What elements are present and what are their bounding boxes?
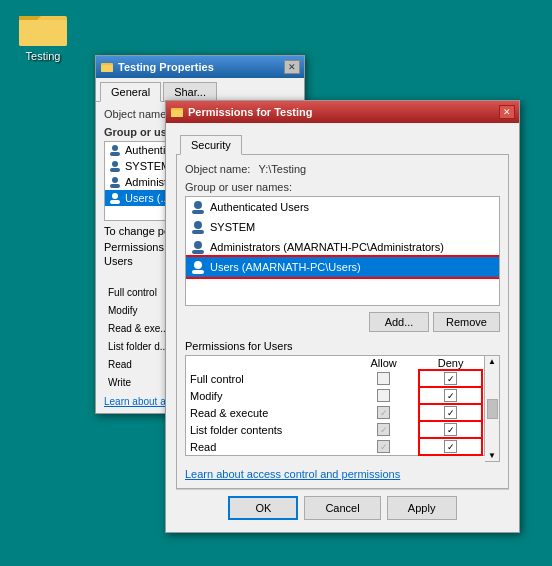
perm-fullcontrol-deny-cb[interactable]	[444, 372, 457, 385]
perms-title-icon	[170, 105, 184, 119]
svg-rect-19	[192, 230, 204, 234]
svg-rect-5	[101, 65, 113, 72]
perm-readexec-allow-cb[interactable]	[377, 406, 390, 419]
svg-rect-7	[110, 152, 120, 156]
svg-point-8	[112, 161, 118, 167]
dialog-user-icon-auth	[190, 199, 206, 215]
perms-user-auth-name: Authenticated Users	[210, 201, 309, 213]
perm-readexec-deny-cb[interactable]	[444, 406, 457, 419]
perm-readexec-deny-cell	[417, 404, 484, 421]
perms-user-authenticated[interactable]: Authenticated Users	[186, 197, 499, 217]
perms-object-value: Y:\Testing	[258, 163, 306, 175]
props-close-button[interactable]: ✕	[284, 60, 300, 74]
props-title-icon	[100, 60, 114, 74]
tab-general[interactable]: General	[100, 82, 161, 102]
perms-table-title: Permissions for Users	[185, 340, 500, 352]
folder-label: Testing	[26, 50, 61, 62]
dialog-user-icon-admin	[190, 239, 206, 255]
perms-user-users[interactable]: Users (AMARNATH-PC\Users)	[186, 257, 499, 277]
perm-col-name	[186, 356, 350, 371]
perm-fullcontrol-allow-cb[interactable]	[377, 372, 390, 385]
props-user-system-label: SYSTEM	[125, 160, 170, 172]
perm-readexec-allow-cell	[350, 404, 417, 421]
object-name-label: Object name:	[104, 108, 169, 120]
dialog-user-icon-system	[190, 219, 206, 235]
perm-col-deny: Deny	[417, 356, 484, 371]
tab-sharing[interactable]: Shar...	[163, 82, 217, 101]
svg-rect-21	[192, 250, 204, 254]
dialog-user-icon-users	[190, 259, 206, 275]
tab-security[interactable]: Security	[180, 135, 242, 155]
permissions-dialog: Permissions for Testing ✕ Security Objec…	[165, 100, 520, 533]
perm-col-allow: Allow	[350, 356, 417, 371]
perms-title-bar[interactable]: Permissions for Testing ✕	[166, 101, 519, 123]
perm-modify-name: Modify	[186, 387, 350, 404]
apply-button[interactable]: Apply	[387, 496, 457, 520]
perm-listfolder-allow-cb[interactable]	[377, 423, 390, 436]
perms-user-system-name: SYSTEM	[210, 221, 255, 233]
perms-group-label: Group or user names:	[185, 181, 500, 193]
cancel-button[interactable]: Cancel	[304, 496, 380, 520]
scroll-down-arrow[interactable]: ▼	[488, 451, 496, 460]
perms-user-admin-name: Administrators (AMARNATH-PC\Administrato…	[210, 241, 444, 253]
perm-listfolder-name: List folder contents	[186, 421, 350, 438]
perm-modify-deny-cb[interactable]	[444, 389, 457, 402]
svg-point-22	[194, 261, 202, 269]
desktop: Testing Testing Properties ✕ General Sha…	[0, 0, 552, 566]
perms-tabs: Security	[176, 131, 509, 155]
perms-title-text: Permissions for Testing	[188, 106, 499, 118]
perms-learn-link[interactable]: Learn about access control and permissio…	[185, 468, 400, 480]
user-icon-users	[108, 191, 122, 205]
perms-user-list[interactable]: Authenticated Users SYSTEM	[185, 196, 500, 306]
perm-row-readexec: Read & execute	[186, 404, 485, 421]
perm-listfolder-deny-cb[interactable]	[444, 423, 457, 436]
perms-object-label: Object name:	[185, 163, 250, 175]
ok-button[interactable]: OK	[228, 496, 298, 520]
props-user-users-label: Users (...	[125, 192, 170, 204]
perm-readexec-name: Read & execute	[186, 404, 350, 421]
perm-listfolder-deny-cell	[417, 421, 484, 438]
perm-modify-allow-cb[interactable]	[377, 389, 390, 402]
perm-read-allow-cell	[350, 438, 417, 456]
perm-listfolder-allow-cell	[350, 421, 417, 438]
perms-user-users-name: Users (AMARNATH-PC\Users)	[210, 261, 361, 273]
svg-rect-15	[171, 110, 183, 117]
perms-close-button[interactable]: ✕	[499, 105, 515, 119]
props-title-bar[interactable]: Testing Properties ✕	[96, 56, 304, 78]
svg-rect-23	[192, 270, 204, 274]
svg-rect-9	[110, 168, 120, 172]
perms-dialog-table: Allow Deny Full control	[185, 355, 485, 456]
add-button[interactable]: Add...	[369, 312, 429, 332]
perm-read-deny-cell	[417, 438, 484, 456]
perms-btn-row: Add... Remove	[185, 312, 500, 332]
perms-user-admin[interactable]: Administrators (AMARNATH-PC\Administrato…	[186, 237, 499, 257]
perm-read-name: Read	[186, 438, 350, 456]
perm-read-allow-cb[interactable]	[377, 440, 390, 453]
svg-rect-2	[19, 20, 67, 46]
svg-point-12	[112, 193, 118, 199]
svg-point-16	[194, 201, 202, 209]
props-window-controls[interactable]: ✕	[284, 60, 300, 74]
perm-fullcontrol-deny-cell	[417, 370, 484, 387]
perms-object-row: Object name: Y:\Testing	[185, 163, 500, 175]
perms-bottom-buttons: OK Cancel Apply	[176, 489, 509, 524]
user-icon-system	[108, 159, 122, 173]
props-title-text: Testing Properties	[118, 61, 284, 73]
perms-user-system[interactable]: SYSTEM	[186, 217, 499, 237]
perms-table-section: Permissions for Users Allow Deny	[185, 340, 500, 462]
perm-row-listfolder: List folder contents	[186, 421, 485, 438]
perms-table-container: Allow Deny Full control	[185, 355, 500, 462]
svg-point-6	[112, 145, 118, 151]
perm-table-scrollbar[interactable]: ▲ ▼	[485, 355, 500, 462]
scroll-thumb[interactable]	[487, 399, 498, 419]
folder-icon	[19, 8, 67, 48]
folder-icon-area[interactable]: Testing	[8, 8, 78, 62]
remove-button[interactable]: Remove	[433, 312, 500, 332]
user-icon-admin	[108, 175, 122, 189]
perm-row-read: Read	[186, 438, 485, 456]
perm-read-deny-cb[interactable]	[444, 440, 457, 453]
svg-point-10	[112, 177, 118, 183]
svg-rect-11	[110, 184, 120, 188]
scroll-up-arrow[interactable]: ▲	[488, 357, 496, 366]
perms-window-controls[interactable]: ✕	[499, 105, 515, 119]
